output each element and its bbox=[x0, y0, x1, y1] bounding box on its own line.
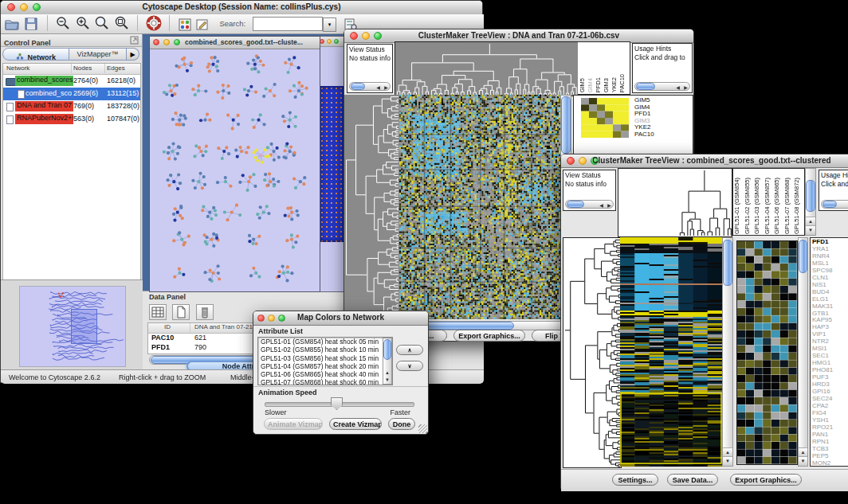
search-dropdown-button[interactable]: ▾ bbox=[323, 18, 336, 32]
tv2-status-hscrollbar[interactable]: ◀▶ bbox=[565, 200, 614, 209]
frame1-zoom-button[interactable] bbox=[174, 39, 180, 45]
dialog-titlebar[interactable]: Map Colors to Network bbox=[253, 311, 428, 326]
tv2-settings-button[interactable]: Settings... bbox=[612, 474, 658, 486]
zoom-actual-icon[interactable] bbox=[94, 15, 110, 31]
dialog-title: Map Colors to Network bbox=[253, 313, 428, 322]
search-label: Search: bbox=[219, 19, 245, 28]
tv1-status-hscrollbar[interactable]: ◀▶ bbox=[349, 82, 391, 91]
gene-id: PAC10 bbox=[151, 334, 174, 342]
frame1-close-button[interactable] bbox=[153, 39, 159, 45]
tv1-hints-hscrollbar[interactable]: ◀▶ bbox=[634, 82, 690, 91]
control-panel: Control Panel Network VizMapper™ ▶ Netwo… bbox=[1, 34, 143, 369]
column-label[interactable]: GPL51-01 (GSM854) bbox=[734, 178, 744, 234]
zoom-in-icon[interactable] bbox=[75, 15, 91, 31]
dialog-resize-grip[interactable] bbox=[418, 424, 427, 433]
treeview2-titlebar[interactable]: ClusterMaker TreeView : combined_scores_… bbox=[561, 154, 848, 168]
tv2-gene-list: PFD1YRA1RNR4MSL1SPC98CLN1NIS1BUD4ELG1MAK… bbox=[810, 237, 848, 467]
tv2-header-vscrollbar[interactable]: ▲▼ bbox=[805, 168, 816, 236]
tv2-zoomed-heatmap[interactable] bbox=[736, 240, 798, 465]
search-input[interactable] bbox=[253, 17, 323, 31]
attribute-list-label: Attribute List bbox=[258, 327, 303, 335]
tv1-column-dendrogram[interactable] bbox=[395, 41, 579, 96]
tab-overflow-button[interactable]: ▶ bbox=[127, 48, 139, 61]
network-frame-2[interactable] bbox=[317, 36, 347, 292]
move-up-button[interactable]: ∧ bbox=[396, 345, 423, 355]
animation-speed-label: Animation Speed bbox=[258, 389, 317, 397]
nodes-count: 2569(6) bbox=[73, 89, 98, 97]
column-label[interactable]: GPL51-08 (GSM872) bbox=[794, 178, 804, 234]
network-name: DNA and Tran 07 bbox=[15, 101, 73, 111]
open-session-icon[interactable] bbox=[4, 16, 20, 32]
tv2-column-dendrogram[interactable] bbox=[618, 168, 732, 237]
network-table-row[interactable]: combined_scores2764(0)16218(0) bbox=[3, 75, 140, 88]
status-welcome: Welcome to Cytoscape 2.6.2 bbox=[9, 373, 100, 381]
done-button[interactable]: Done bbox=[388, 418, 415, 430]
tv2-export-graphics-button[interactable]: Export Graphics... bbox=[730, 474, 802, 486]
column-label[interactable]: PAC10 bbox=[619, 74, 627, 92]
frame1-minimize-button[interactable] bbox=[163, 39, 170, 45]
gene-label[interactable]: MON2 bbox=[812, 460, 833, 467]
network-view-canvas[interactable] bbox=[150, 49, 318, 291]
col-header-edges[interactable]: Edges bbox=[107, 64, 125, 72]
lifesaver-icon[interactable] bbox=[146, 15, 162, 31]
column-label[interactable]: GPL51-03 (GSM856) bbox=[754, 178, 764, 234]
vizmapper-palette-icon[interactable] bbox=[178, 18, 192, 32]
network-name: combined_sco bbox=[26, 89, 72, 97]
attribute-list-item[interactable]: GPL51-02 (GSM855) heat shock 10 min bbox=[261, 346, 392, 354]
tv2-row-dendrogram[interactable] bbox=[563, 237, 622, 468]
dense-network-hairball[interactable] bbox=[320, 86, 344, 242]
tv1-heatmap[interactable] bbox=[399, 95, 560, 319]
tv2-heatmap[interactable] bbox=[620, 237, 722, 467]
gene-value: 790 bbox=[194, 343, 206, 351]
gene-value: 621 bbox=[194, 334, 206, 342]
frame2-zoom-button[interactable] bbox=[334, 39, 339, 44]
gene-id: PFD1 bbox=[151, 343, 170, 351]
animation-slider-thumb[interactable] bbox=[331, 397, 343, 410]
attribute-list-item[interactable]: GPL51-07 (GSM868) heat shock 60 min bbox=[261, 378, 392, 385]
attribute-listbox[interactable]: GPL51-01 (GSM854) heat shock 05 minGPL51… bbox=[257, 337, 393, 385]
create-vizmap-button[interactable]: Create Vizmap bbox=[329, 418, 382, 430]
tv1-export-graphics-button[interactable]: Export Graphics... bbox=[453, 330, 525, 342]
slower-label: Slower bbox=[265, 408, 287, 416]
tab-network[interactable]: Network bbox=[2, 48, 69, 61]
table-icon[interactable] bbox=[149, 304, 167, 320]
network-table-row[interactable]: DNA and Tran 07769(0)183728(0) bbox=[3, 100, 140, 113]
tv2-heatmap-vscrollbar[interactable]: ▲▼ bbox=[722, 237, 733, 467]
attribute-list-item[interactable]: GPL51-04 (GSM857) heat shock 20 min bbox=[261, 362, 392, 370]
new-attribute-icon[interactable] bbox=[172, 304, 190, 320]
tv2-hints-hscrollbar[interactable] bbox=[821, 200, 848, 209]
tab-vizmapper[interactable]: VizMapper™ bbox=[69, 48, 127, 61]
tv2-zoom-vscrollbar[interactable]: ▲▼ bbox=[798, 237, 808, 467]
network-table-row[interactable]: combined_sco2569(6)13112(15) bbox=[3, 88, 140, 100]
move-down-button[interactable]: ∨ bbox=[396, 361, 423, 371]
tv1-mini-heatmap[interactable] bbox=[581, 98, 629, 138]
attribute-list-scrollbar[interactable]: ▲ ▼ bbox=[383, 338, 392, 385]
attribute-list-item[interactable]: GPL51-01 (GSM854) heat shock 05 min bbox=[261, 338, 392, 346]
attribute-list-item[interactable]: GPL51-06 (GSM865) heat shock 40 min bbox=[261, 370, 392, 378]
birdseye-viewport[interactable] bbox=[71, 309, 97, 344]
float-panel-icon[interactable] bbox=[130, 36, 139, 45]
col-header-nodes[interactable]: Nodes bbox=[73, 64, 92, 72]
network-frame-1[interactable]: combined_scores_good.txt--cluste... bbox=[149, 36, 320, 292]
row-label[interactable]: PAC10 bbox=[634, 131, 654, 139]
save-session-icon[interactable] bbox=[23, 16, 39, 32]
tv1-row-dendrogram[interactable] bbox=[344, 95, 399, 319]
attribute-list-item[interactable]: GPL51-03 (GSM856) heat shock 15 min bbox=[261, 354, 392, 362]
zoom-fit-icon[interactable] bbox=[114, 15, 130, 31]
status-zoom-hint: Right-click + drag to ZOOM bbox=[119, 373, 206, 381]
cytoscape-titlebar[interactable]: Cytoscape Desktop (Session Name: collins… bbox=[1, 1, 482, 15]
animate-vizmap-button[interactable]: Animate Vizmap bbox=[264, 418, 323, 430]
edges-count: 183728(0) bbox=[107, 102, 139, 110]
tv1-column-labels: GIM5GIM4PFD1GIM3YKE2PAC10 bbox=[578, 41, 630, 95]
zoom-out-icon[interactable] bbox=[55, 15, 71, 31]
network-table-row[interactable]: RNAPuberNov2+!563(0)107847(0) bbox=[3, 113, 140, 126]
tv2-save-data-button[interactable]: Save Data... bbox=[667, 474, 718, 486]
nodes-count: 769(0) bbox=[73, 102, 94, 110]
column-label[interactable]: GPL51-06 (GSM865) bbox=[774, 178, 784, 234]
id-column-header[interactable]: ID bbox=[164, 323, 171, 330]
col-header-network[interactable]: Network bbox=[6, 64, 29, 72]
edges-count: 13112(15) bbox=[107, 89, 139, 97]
frame2-minimize-button[interactable] bbox=[327, 39, 332, 44]
trash-icon[interactable] bbox=[196, 304, 214, 320]
annotation-edit-icon[interactable] bbox=[195, 18, 210, 32]
